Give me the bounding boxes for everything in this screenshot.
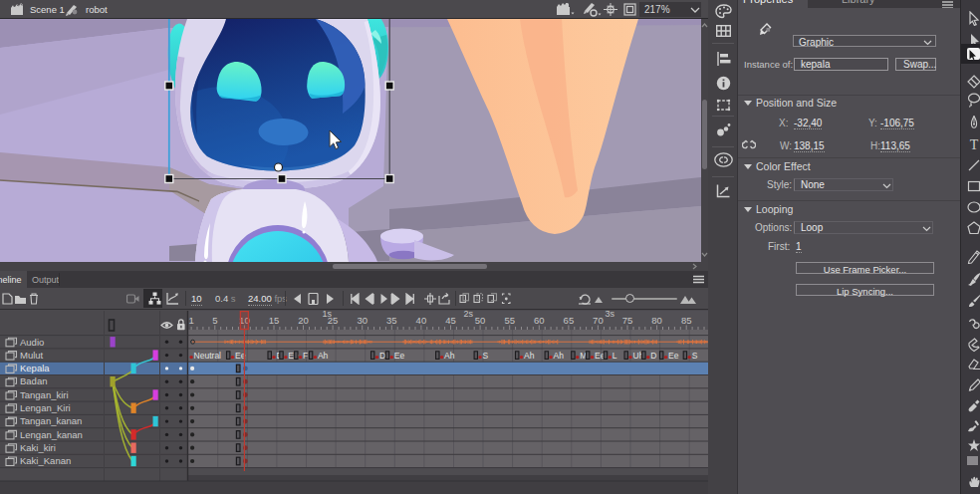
svg-text:3s: 3s: [606, 311, 615, 319]
svg-text:15: 15: [269, 315, 280, 326]
svg-text:30: 30: [357, 315, 368, 326]
svg-text:Kepala: Kepala: [20, 363, 50, 373]
svg-text:20: 20: [298, 315, 309, 326]
svg-text:Ee: Ee: [668, 351, 679, 361]
svg-text:85: 85: [681, 315, 692, 326]
svg-text:45: 45: [445, 315, 456, 326]
svg-text:75: 75: [622, 315, 633, 326]
svg-text:Lengan_Kiri: Lengan_Kiri: [20, 402, 71, 413]
svg-text:Lengan_kanan: Lengan_kanan: [20, 429, 83, 440]
svg-text:1: 1: [188, 315, 193, 326]
svg-text:70: 70: [593, 315, 604, 326]
svg-text:Audio: Audio: [20, 337, 44, 348]
svg-text:80: 80: [651, 315, 662, 326]
svg-text:Ee: Ee: [394, 351, 405, 361]
svg-text:S: S: [483, 351, 489, 361]
svg-text:Ah: Ah: [524, 351, 535, 361]
svg-text:Badan: Badan: [20, 375, 47, 386]
svg-text:D: D: [650, 351, 656, 361]
svg-text:Mulut: Mulut: [20, 350, 44, 361]
svg-text:60: 60: [534, 315, 545, 326]
svg-text:Neutral: Neutral: [194, 351, 222, 361]
svg-text:1s: 1s: [322, 311, 332, 319]
svg-text:T: T: [970, 137, 979, 152]
svg-text:Tangan_kanan: Tangan_kanan: [20, 415, 82, 426]
svg-text:55: 55: [504, 315, 515, 326]
svg-text:D: D: [379, 351, 385, 361]
svg-text:65: 65: [564, 315, 575, 326]
svg-text:F: F: [303, 351, 308, 361]
svg-text:50: 50: [475, 315, 486, 326]
svg-text:35: 35: [386, 315, 397, 326]
svg-text:Ah: Ah: [444, 351, 455, 361]
svg-text:Tangan_kiri: Tangan_kiri: [20, 389, 69, 400]
svg-text:Kaki_Kanan: Kaki_Kanan: [20, 455, 71, 466]
svg-text:Ah: Ah: [554, 351, 565, 361]
svg-text:Ah: Ah: [318, 351, 329, 361]
svg-text:2s: 2s: [463, 311, 473, 319]
svg-text:S: S: [692, 351, 698, 361]
svg-text:5: 5: [212, 315, 217, 326]
svg-text:Kaki_kiri: Kaki_kiri: [20, 442, 56, 453]
svg-text:L: L: [612, 351, 617, 361]
svg-text:40: 40: [416, 315, 427, 326]
